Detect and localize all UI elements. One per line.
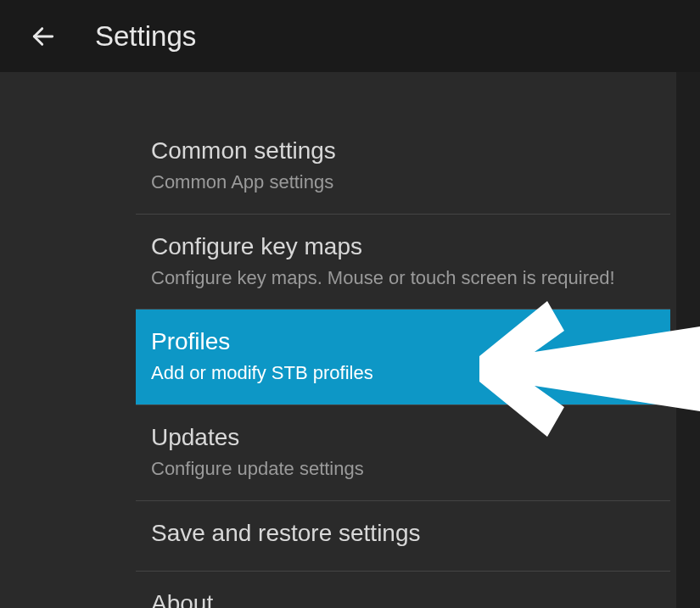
list-item-updates[interactable]: Updates Configure update settings [136, 405, 670, 501]
item-subtitle: Configure update settings [151, 456, 655, 482]
list-item-about[interactable]: About... [136, 572, 670, 608]
list-item-configure-key-maps[interactable]: Configure key maps Configure key maps. M… [136, 215, 670, 310]
list-item-common-settings[interactable]: Common settings Common App settings [136, 119, 670, 215]
item-title: Configure key maps [151, 233, 655, 260]
app-header: Settings [0, 0, 700, 72]
item-subtitle: Configure key maps. Mouse or touch scree… [151, 265, 655, 291]
scrollbar[interactable] [676, 72, 700, 608]
item-title: About... [151, 590, 655, 608]
page-title: Settings [95, 20, 196, 53]
list-item-save-restore[interactable]: Save and restore settings [136, 501, 670, 572]
settings-list: Common settings Common App settings Conf… [0, 72, 700, 608]
item-subtitle: Common App settings [151, 170, 655, 195]
list-item-profiles[interactable]: Profiles Add or modify STB profiles [136, 310, 670, 405]
back-arrow-icon[interactable] [30, 23, 57, 50]
item-title: Profiles [151, 328, 655, 355]
item-title: Save and restore settings [151, 520, 655, 547]
item-title: Updates [151, 424, 655, 451]
item-subtitle: Add or modify STB profiles [151, 360, 655, 386]
item-title: Common settings [151, 137, 655, 165]
